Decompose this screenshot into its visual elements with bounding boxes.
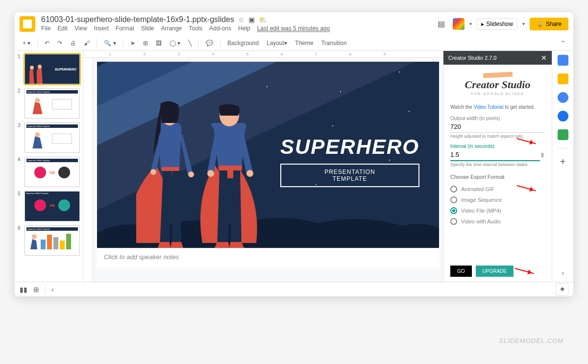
maps-icon[interactable] bbox=[558, 129, 568, 140]
thumb-1-title: SUPERHERO bbox=[55, 68, 76, 71]
menubar: File Edit View Insert Format Slide Arran… bbox=[41, 25, 428, 32]
svg-point-6 bbox=[34, 167, 46, 178]
thumbnail-4[interactable]: 4 Superhero Slide Template VS bbox=[18, 157, 80, 187]
background-button[interactable]: Background bbox=[224, 38, 262, 49]
width-label: Output width (in pixels) bbox=[450, 116, 545, 121]
keep-icon[interactable] bbox=[558, 73, 568, 84]
svg-rect-5 bbox=[52, 134, 72, 144]
option-mp4[interactable]: Video File (MP4) bbox=[450, 205, 545, 216]
interval-input[interactable] bbox=[450, 149, 540, 161]
menu-tools[interactable]: Tools bbox=[189, 25, 202, 32]
title-right: ▤ ▾ ▸ Slideshow ▾ 🔒 Share bbox=[434, 17, 568, 31]
menu-format[interactable]: Format bbox=[116, 25, 134, 32]
svg-point-10 bbox=[32, 234, 37, 239]
undo-icon[interactable]: ↶ bbox=[42, 38, 52, 49]
lock-icon: 🔒 bbox=[537, 21, 544, 27]
menu-help[interactable]: Help bbox=[238, 25, 250, 32]
stepper-icon[interactable]: ⇕ bbox=[540, 152, 545, 159]
print-icon[interactable]: 🖨 bbox=[67, 38, 79, 49]
redo-icon[interactable]: ↷ bbox=[54, 38, 65, 49]
zoom-icon[interactable]: 🔍 ▾ bbox=[101, 38, 119, 49]
hero-illustration bbox=[136, 81, 283, 248]
speaker-notes[interactable]: Click to add speaker notes bbox=[97, 248, 439, 267]
cloud-icon[interactable]: ⛅ bbox=[259, 16, 267, 24]
panel-footer: GO UPGRADE bbox=[443, 261, 552, 282]
filmstrip[interactable]: 1 SUPERHERO 2 Superhero Slide Template 3… bbox=[15, 51, 83, 282]
svg-rect-14 bbox=[162, 167, 179, 171]
layout-button[interactable]: Layout ▾ bbox=[264, 38, 290, 49]
select-tool-icon[interactable]: ➤ bbox=[127, 38, 138, 49]
svg-rect-19 bbox=[227, 170, 233, 178]
output-width-input[interactable] bbox=[450, 121, 545, 133]
video-tutorial-link[interactable]: Video Tutorial bbox=[473, 104, 503, 110]
collapse-icon[interactable]: ⌃ bbox=[558, 38, 568, 49]
theme-button[interactable]: Theme bbox=[292, 38, 316, 49]
close-icon[interactable]: ✕ bbox=[541, 54, 547, 62]
comment-icon[interactable]: 💬 bbox=[203, 38, 216, 49]
comments-icon[interactable]: ▤ bbox=[434, 17, 448, 31]
transition-button[interactable]: Transition bbox=[318, 38, 349, 49]
watermark: SLIDEMODEL.COM bbox=[499, 337, 564, 344]
explore-button[interactable]: ✦ bbox=[556, 283, 568, 296]
svg-rect-18 bbox=[219, 166, 242, 170]
upgrade-button[interactable]: UPGRADE bbox=[476, 266, 514, 277]
panel-title: Creator Studio 2.7.0 bbox=[448, 55, 496, 61]
collapse-right-icon[interactable]: › bbox=[562, 269, 564, 282]
shape-icon[interactable]: ◯ ▾ bbox=[167, 38, 183, 49]
option-image-sequence[interactable]: Image Sequence bbox=[450, 194, 545, 205]
svg-point-2 bbox=[35, 98, 40, 103]
line-icon[interactable]: ╲ bbox=[185, 38, 195, 49]
svg-point-0 bbox=[30, 66, 34, 70]
go-button[interactable]: GO bbox=[450, 266, 472, 277]
filmstrip-view-icon[interactable]: ▮▮ bbox=[20, 286, 27, 293]
new-slide-button[interactable]: + ▾ bbox=[20, 38, 33, 49]
menu-view[interactable]: View bbox=[74, 25, 87, 32]
textbox-icon[interactable]: ⊞ bbox=[140, 38, 151, 49]
slide-title: SUPERHERO bbox=[280, 135, 419, 159]
thumbnail-1[interactable]: 1 SUPERHERO bbox=[18, 54, 80, 84]
paint-format-icon[interactable]: 🖌 bbox=[81, 38, 93, 49]
app-window: 61003-01-superhero-slide-template-16x9-1… bbox=[15, 12, 573, 296]
tasks-icon[interactable] bbox=[558, 92, 568, 103]
interval-field: Interval (in seconds) ⇕ Specify the time… bbox=[450, 144, 545, 167]
thumbnail-6[interactable]: 6 Superhero Slide Template bbox=[18, 225, 80, 256]
thumbnail-2[interactable]: 2 Superhero Slide Template bbox=[18, 88, 80, 119]
slide-canvas[interactable]: SUPERHERO PRESENTATION TEMPLATE Click to… bbox=[93, 58, 443, 282]
move-icon[interactable]: ▣ bbox=[248, 16, 255, 24]
bottombar: ▮▮ ⊞ ‹ ✦ bbox=[15, 282, 573, 296]
menu-edit[interactable]: Edit bbox=[57, 25, 68, 32]
menu-addons[interactable]: Add-ons bbox=[209, 25, 231, 32]
back-icon[interactable]: ‹ bbox=[51, 286, 54, 293]
slide: SUPERHERO PRESENTATION TEMPLATE bbox=[97, 62, 439, 248]
grid-view-icon[interactable]: ⊞ bbox=[33, 286, 39, 293]
svg-point-8 bbox=[34, 199, 46, 211]
slide-subtitle-box: PRESENTATION TEMPLATE bbox=[280, 164, 419, 187]
share-button[interactable]: 🔒 Share bbox=[530, 18, 568, 30]
thumbnail-5[interactable]: 5 Superhero Slide Template VS bbox=[18, 191, 80, 221]
meet-icon[interactable] bbox=[453, 18, 465, 30]
menu-arrange[interactable]: Arrange bbox=[161, 25, 182, 32]
main: 1 SUPERHERO 2 Superhero Slide Template 3… bbox=[15, 51, 573, 282]
thumbnail-3[interactable]: 3 Superhero Slide Template bbox=[18, 122, 80, 153]
option-video-audio[interactable]: Video with Audio bbox=[450, 216, 545, 227]
canvas-area: 123456789 bbox=[83, 51, 443, 282]
ruler-horizontal: 123456789 bbox=[83, 51, 443, 58]
svg-point-16 bbox=[246, 170, 253, 177]
last-edit[interactable]: Last edit was 5 minutes ago bbox=[257, 25, 330, 32]
add-addon-icon[interactable]: + bbox=[560, 156, 566, 168]
menu-slide[interactable]: Slide bbox=[141, 25, 154, 32]
toolbar: + ▾ ↶ ↷ 🖨 🖌 🔍 ▾ ➤ ⊞ 🖼 ◯ ▾ ╲ 💬 Background… bbox=[15, 35, 573, 51]
contacts-icon[interactable] bbox=[558, 111, 568, 121]
menu-file[interactable]: File bbox=[41, 25, 50, 32]
ruler-vertical bbox=[83, 58, 93, 282]
calendar-icon[interactable] bbox=[558, 55, 568, 66]
document-title[interactable]: 61003-01-superhero-slide-template-16x9-1… bbox=[41, 15, 234, 24]
interval-hint: Specify the time interval between slides bbox=[450, 162, 545, 167]
slideshow-button[interactable]: ▸ Slideshow bbox=[477, 18, 517, 30]
brand-logo: Creator Studio FOR GOOGLE SLIDES bbox=[443, 65, 552, 102]
star-icon[interactable]: ☆ bbox=[238, 16, 245, 24]
svg-point-11 bbox=[150, 169, 156, 175]
image-icon[interactable]: 🖼 bbox=[153, 38, 165, 49]
slides-logo-icon[interactable] bbox=[20, 16, 35, 32]
menu-insert[interactable]: Insert bbox=[94, 25, 109, 32]
